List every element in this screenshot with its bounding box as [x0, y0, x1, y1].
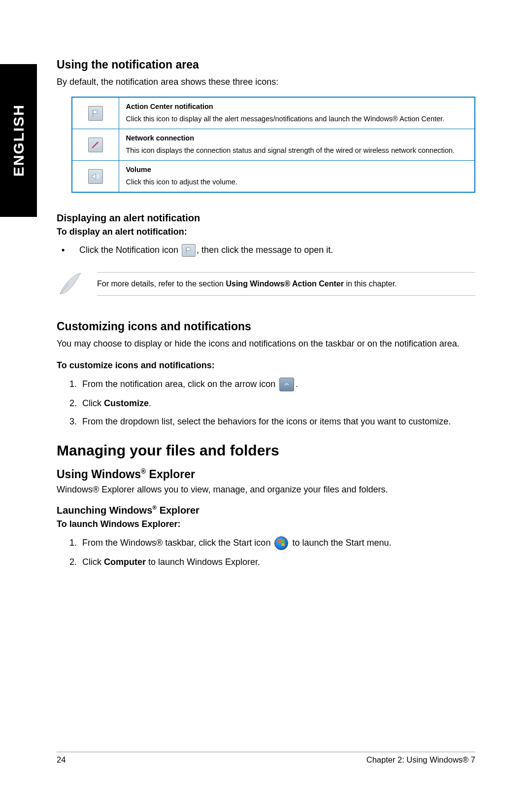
start-orb-icon: [274, 536, 288, 550]
customize-steps: From the notification area, click on the…: [57, 378, 475, 427]
notification-flag-icon: [182, 244, 196, 257]
text-fragment: From the Windows® taskbar, click the Sta…: [82, 538, 273, 548]
text-fragment: Click: [82, 557, 104, 567]
to-launch-explorer: To launch Windows Explorer:: [57, 519, 475, 529]
heading-launching-explorer: Launching Windows® Explorer: [57, 504, 475, 516]
table-row: Action Center notification Click this ic…: [72, 97, 475, 129]
language-tab: ENGLISH: [0, 64, 37, 217]
list-item: From the notification area, click on the…: [79, 378, 475, 391]
network-connection-icon: [88, 138, 103, 152]
icon-cell: [72, 129, 119, 161]
intro-notification-area: By default, the notification area shows …: [57, 76, 475, 88]
intro-explorer: Windows® Explorer allows you to view, ma…: [57, 484, 475, 495]
svg-rect-3: [98, 142, 99, 147]
text-fragment: Click the Notification icon: [79, 245, 181, 255]
list-item: From the Windows® taskbar, click the Sta…: [79, 536, 475, 550]
desc-cell: Action Center notification Click this ic…: [119, 97, 475, 129]
row-title: Network connection: [126, 134, 468, 142]
row-desc: Click this icon to display all the alert…: [126, 114, 468, 124]
text-fragment: From the notification area, click on the…: [82, 379, 278, 389]
bullet-instruction: • Click the Notification icon , then cli…: [62, 244, 475, 257]
note-block: For more details, refer to the section U…: [57, 271, 475, 297]
language-tab-label: ENGLISH: [10, 104, 27, 176]
intro-customizing: You may choose to display or hide the ic…: [57, 338, 475, 349]
bullet-dot-icon: •: [62, 245, 65, 255]
page-content: Using the notification area By default, …: [57, 58, 475, 583]
heading-customizing: Customizing icons and notifications: [57, 320, 475, 333]
text-bold: Using Windows® Action Center: [226, 279, 344, 288]
to-customize: To customize icons and notifications:: [57, 360, 475, 371]
heading-notification-area: Using the notification area: [57, 58, 475, 71]
list-item: Click Customize.: [79, 397, 475, 409]
bullet-text: Click the Notification icon , then click…: [79, 244, 333, 257]
page-footer: 24 Chapter 2: Using Windows® 7: [57, 752, 475, 765]
arrow-tray-icon: [279, 378, 294, 391]
icon-cell: [72, 161, 119, 192]
text-fragment: to launch the Start menu.: [290, 538, 391, 548]
text-bold: Customize: [104, 398, 149, 408]
text-fragment: Click: [82, 398, 104, 408]
icon-cell: [72, 97, 119, 129]
feather-pen-icon: [57, 271, 83, 297]
page-number: 24: [57, 755, 66, 765]
table-row: Network connection This icon displays th…: [72, 129, 475, 161]
text-fragment: .: [149, 398, 151, 408]
launch-steps: From the Windows® taskbar, click the Sta…: [57, 536, 475, 568]
row-desc: This icon displays the connection status…: [126, 146, 468, 155]
list-item: Click Computer to launch Windows Explore…: [79, 556, 475, 568]
text-fragment: , then click the message to open it.: [197, 245, 333, 255]
to-display-alert: To display an alert notification:: [57, 227, 475, 237]
text-fragment: .: [296, 379, 298, 389]
heading-using-explorer: Using Windows® Explorer: [57, 468, 475, 481]
heading-managing-files: Managing your files and folders: [57, 442, 475, 459]
desc-cell: Network connection This icon displays th…: [119, 129, 475, 161]
action-center-flag-icon: [88, 106, 103, 121]
list-item: From the dropdown list, select the behav…: [79, 416, 475, 427]
text-bold: Computer: [104, 557, 146, 567]
text-fragment: in this chapter.: [344, 279, 397, 288]
text-fragment: to launch Windows Explorer.: [146, 557, 260, 567]
row-desc: Click this icon to adjust the volume.: [126, 177, 468, 187]
volume-speaker-icon: [88, 169, 103, 184]
notification-icons-table: Action Center notification Click this ic…: [71, 97, 475, 193]
chapter-label: Chapter 2: Using Windows® 7: [366, 755, 475, 765]
text-fragment: For more details, refer to the section: [97, 279, 226, 288]
table-row: Volume Click this icon to adjust the vol…: [72, 161, 475, 192]
row-title: Volume: [126, 166, 468, 174]
heading-displaying-alert: Displaying an alert notification: [57, 212, 475, 224]
desc-cell: Volume Click this icon to adjust the vol…: [119, 161, 475, 192]
row-title: Action Center notification: [126, 103, 468, 110]
note-text: For more details, refer to the section U…: [97, 272, 475, 296]
